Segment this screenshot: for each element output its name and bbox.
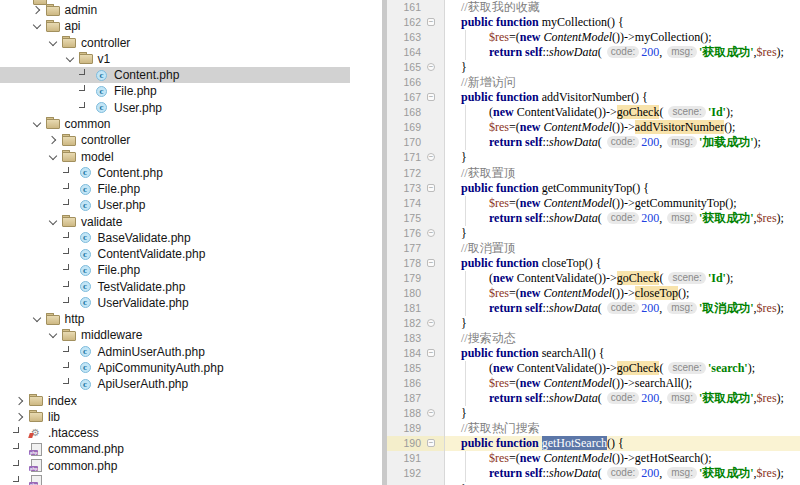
code-text[interactable]: return self::showData( code:200, msg:'获取… [445, 211, 800, 226]
gutter[interactable]: 164 [387, 45, 445, 60]
code-text[interactable]: public function getCommunityTop() { [445, 181, 800, 196]
line-number[interactable]: 162 [387, 15, 421, 30]
tree-item-contentvalidate-php[interactable]: ContentValidate.php [0, 246, 387, 262]
code-text[interactable]: return self::showData( code:200, msg:'取消… [445, 301, 800, 316]
gutter[interactable]: 161 [387, 0, 445, 15]
tree-item-v1[interactable]: v1 [0, 51, 387, 67]
tree-item-model[interactable]: model [0, 148, 387, 164]
line-number[interactable]: 178 [387, 256, 421, 271]
gutter[interactable]: 165− [387, 60, 445, 75]
line-number[interactable]: 180 [387, 286, 421, 301]
code-line-175[interactable]: 175return self::showData( code:200, msg:… [387, 211, 800, 226]
line-number[interactable]: 191 [387, 451, 421, 466]
code-line-161[interactable]: 161//获取我的收藏 [387, 0, 800, 15]
gutter[interactable]: 168 [387, 105, 445, 120]
code-text[interactable]: $res=(new ContentModel())->addVisitorNum… [445, 120, 800, 135]
tree-item-common[interactable]: common [0, 116, 387, 132]
code-text[interactable]: } [445, 150, 800, 165]
chevron-down-icon[interactable] [46, 329, 62, 341]
tree-item-http[interactable]: http [0, 311, 387, 327]
code-editor[interactable]: 161//获取我的收藏162−public function myCollect… [387, 0, 800, 485]
tree-item-content-php[interactable]: Content.php [0, 67, 387, 83]
fold-end-icon[interactable]: − [427, 63, 435, 71]
line-number[interactable]: 187 [387, 391, 421, 406]
code-text[interactable]: $res=(new ContentModel())->searchAll(); [445, 376, 800, 391]
gutter[interactable]: 171− [387, 150, 445, 165]
code-line-179[interactable]: 179(new ContentValidate())->goCheck( sce… [387, 271, 800, 286]
code-text[interactable]: $res=(new ContentModel())->myCollection(… [445, 30, 800, 45]
gutter[interactable]: 175 [387, 211, 445, 226]
code-line-170[interactable]: 170return self::showData( code:200, msg:… [387, 135, 800, 150]
fold-start-icon[interactable]: − [427, 439, 435, 447]
code-text[interactable]: (new ContentValidate())->goCheck( scene:… [445, 105, 800, 120]
code-text[interactable]: } [445, 482, 800, 485]
gutter[interactable]: 181 [387, 301, 445, 316]
code-text[interactable]: public function getHotSearch() { [445, 436, 800, 451]
code-text[interactable]: $res=(new ContentModel())->getHotSearch(… [445, 451, 800, 466]
code-text[interactable]: return self::showData( code:200, msg:'获取… [445, 466, 800, 481]
code-line-166[interactable]: 166//新增访问 [387, 75, 800, 90]
tree-item-file-php[interactable]: File.php [0, 83, 387, 99]
code-line-185[interactable]: 185(new ContentValidate())->goCheck( sce… [387, 361, 800, 376]
tree-item-apicommunityauth-php[interactable]: ApiCommunityAuth.php [0, 360, 387, 376]
fold-end-icon[interactable]: − [427, 409, 435, 417]
gutter[interactable]: 166 [387, 75, 445, 90]
code-line-189[interactable]: 189//获取热门搜索 [387, 421, 800, 436]
chevron-down-icon[interactable] [46, 151, 62, 163]
line-number[interactable]: 172 [387, 166, 421, 181]
gutter[interactable]: 169 [387, 120, 445, 135]
code-line-181[interactable]: 181return self::showData( code:200, msg:… [387, 301, 800, 316]
code-line-169[interactable]: 169$res=(new ContentModel())->addVisitor… [387, 120, 800, 135]
code-text[interactable]: (new ContentValidate())->goCheck( scene:… [445, 271, 800, 286]
gutter[interactable]: 185 [387, 361, 445, 376]
code-line-176[interactable]: 176−} [387, 226, 800, 241]
code-line-191[interactable]: 191$res=(new ContentModel())->getHotSear… [387, 451, 800, 466]
line-number[interactable]: 163 [387, 30, 421, 45]
code-line-162[interactable]: 162−public function myCollection() { [387, 15, 800, 30]
code-text[interactable]: public function searchAll() { [445, 346, 800, 361]
gutter[interactable]: 191 [387, 451, 445, 466]
chevron-right-icon[interactable] [46, 134, 62, 146]
chevron-down-icon[interactable] [30, 313, 46, 325]
gutter[interactable]: 188− [387, 406, 445, 421]
code-line-190[interactable]: 190−public function getHotSearch() { [387, 436, 800, 451]
code-line-167[interactable]: 167−public function addVisitorNumber() { [387, 90, 800, 105]
code-text[interactable]: //新增访问 [445, 75, 800, 90]
tree-item-file-php[interactable]: File.php [0, 181, 387, 197]
tree-item--htaccess[interactable]: .htaccess [0, 425, 387, 441]
gutter[interactable]: 192 [387, 466, 445, 481]
fold-start-icon[interactable]: − [427, 184, 435, 192]
code-line-178[interactable]: 178−public function closeTop() { [387, 256, 800, 271]
gutter[interactable]: 193− [387, 482, 445, 485]
code-line-182[interactable]: 182−} [387, 316, 800, 331]
code-line-193[interactable]: 193−} [387, 482, 800, 485]
fold-end-icon[interactable]: − [427, 319, 435, 327]
fold-end-icon[interactable]: − [427, 153, 435, 161]
gutter[interactable]: 170 [387, 135, 445, 150]
code-text[interactable]: return self::showData( code:200, msg:'获取… [445, 45, 800, 60]
line-number[interactable]: 190 [387, 436, 421, 451]
tree-item-content-php[interactable]: Content.php [0, 165, 387, 181]
code-line-174[interactable]: 174$res=(new ContentModel())->getCommuni… [387, 196, 800, 211]
gutter[interactable]: 184− [387, 346, 445, 361]
chevron-down-icon[interactable] [46, 37, 62, 49]
gutter[interactable]: 177 [387, 241, 445, 256]
line-number[interactable]: 169 [387, 120, 421, 135]
code-text[interactable]: return self::showData( code:200, msg:'加载… [445, 135, 800, 150]
code-line-171[interactable]: 171−} [387, 150, 800, 165]
chevron-down-icon[interactable] [30, 20, 46, 32]
line-number[interactable]: 164 [387, 45, 421, 60]
code-text[interactable]: (new ContentValidate())->goCheck( scene:… [445, 361, 800, 376]
gutter[interactable]: 179 [387, 271, 445, 286]
code-text[interactable]: return self::showData( code:200, msg:'获取… [445, 391, 800, 406]
code-text[interactable]: public function myCollection() { [445, 15, 800, 30]
tree-item-partial[interactable] [0, 474, 387, 485]
code-text[interactable]: $res=(new ContentModel())->getCommunityT… [445, 196, 800, 211]
gutter[interactable]: 172 [387, 166, 445, 181]
gutter[interactable]: 189 [387, 421, 445, 436]
code-text[interactable]: } [445, 406, 800, 421]
tree-item-validate[interactable]: validate [0, 213, 387, 229]
fold-end-icon[interactable]: − [427, 229, 435, 237]
chevron-down-icon[interactable] [46, 216, 62, 228]
line-number[interactable]: 186 [387, 376, 421, 391]
